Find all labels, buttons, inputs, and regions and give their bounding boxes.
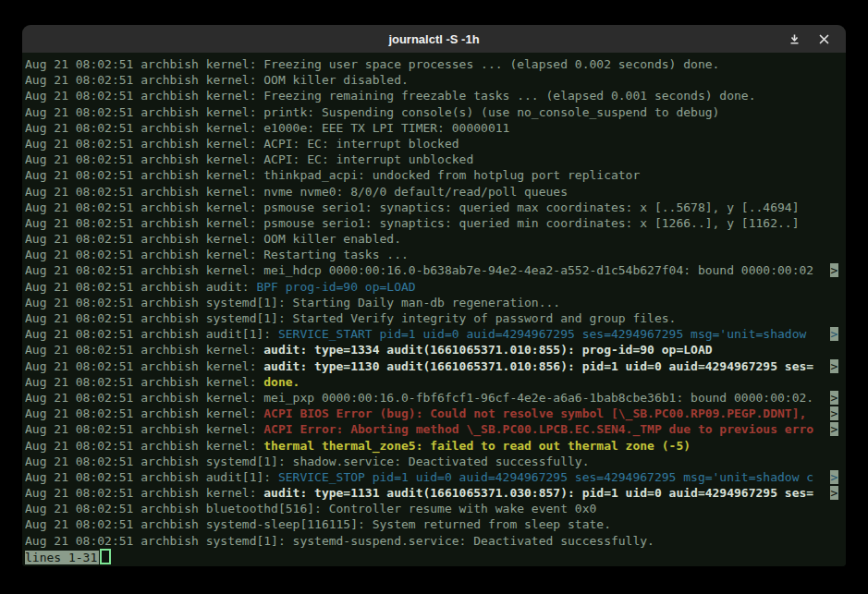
log-line: Aug 21 08:02:51 archbish kernel: Freezin… bbox=[25, 56, 846, 72]
log-segment: Aug 21 08:02:51 archbish kernel: ACPI: E… bbox=[25, 137, 459, 151]
log-segment: Aug 21 08:02:51 archbish kernel: OOM kil… bbox=[25, 232, 401, 246]
log-segment: Aug 21 08:02:51 archbish kernel: bbox=[25, 375, 263, 389]
log-segment: Aug 21 08:02:51 archbish kernel: psmouse… bbox=[25, 216, 799, 230]
log-segment: Aug 21 08:02:51 archbish kernel: e1000e:… bbox=[25, 121, 509, 135]
log-line: Aug 21 08:02:51 archbish kernel: psmouse… bbox=[25, 215, 846, 231]
log-line: Aug 21 08:02:51 archbish kernel: printk:… bbox=[25, 104, 846, 120]
log-line: Aug 21 08:02:51 archbish kernel: ACPI Er… bbox=[25, 421, 846, 437]
log-segment: Aug 21 08:02:51 archbish audit: bbox=[25, 280, 256, 294]
log-segment: Aug 21 08:02:51 archbish kernel: printk:… bbox=[25, 105, 719, 119]
log-line: Aug 21 08:02:51 archbish kernel: Freezin… bbox=[25, 88, 846, 103]
log-segment: Aug 21 08:02:51 archbish audit[1]: bbox=[25, 327, 278, 341]
log-line: Aug 21 08:02:51 archbish kernel: audit: … bbox=[25, 358, 846, 374]
close-icon bbox=[819, 34, 829, 44]
log-line: Aug 21 08:02:51 archbish kernel: audit: … bbox=[25, 342, 846, 358]
log-segment: ACPI BIOS Error (bug): Could not resolve… bbox=[263, 406, 813, 420]
log-line: Aug 21 08:02:51 archbish audit[1]: SERVI… bbox=[25, 326, 846, 342]
log-line: Aug 21 08:02:51 archbish kernel: e1000e:… bbox=[25, 120, 846, 136]
log-segment: SERVICE_STOP pid=1 uid=0 auid=4294967295… bbox=[278, 470, 813, 484]
log-line: Aug 21 08:02:51 archbish kernel: ACPI BI… bbox=[25, 406, 846, 421]
log-segment: Aug 21 08:02:51 archbish kernel: mei_hdc… bbox=[25, 263, 813, 277]
log-segment: Aug 21 08:02:51 archbish kernel: psmouse… bbox=[25, 200, 799, 214]
log-segment: Aug 21 08:02:51 archbish systemd[1]: Sta… bbox=[25, 311, 676, 325]
log-segment: Aug 21 08:02:51 archbish kernel: bbox=[25, 486, 263, 500]
log-lines-container: Aug 21 08:02:51 archbish kernel: Freezin… bbox=[25, 56, 846, 549]
truncation-marker: > bbox=[830, 486, 838, 500]
log-segment: audit: type=1131 audit(1661065371.030:85… bbox=[263, 486, 813, 500]
log-segment: Aug 21 08:02:51 archbish bluetoothd[516]… bbox=[25, 502, 596, 515]
log-segment: Aug 21 08:02:51 archbish audit[1]: bbox=[25, 470, 278, 484]
cursor bbox=[100, 549, 111, 564]
truncation-marker: > bbox=[830, 391, 838, 405]
log-line: Aug 21 08:02:51 archbish kernel: mei_pxp… bbox=[25, 390, 846, 406]
log-segment: Aug 21 08:02:51 archbish systemd-sleep[1… bbox=[25, 517, 611, 531]
log-line: Aug 21 08:02:51 archbish kernel: thermal… bbox=[25, 438, 846, 454]
truncation-marker: > bbox=[830, 327, 838, 341]
log-segment: Aug 21 08:02:51 archbish systemd[1]: sha… bbox=[25, 455, 589, 468]
truncation-marker: > bbox=[830, 406, 838, 420]
download-button[interactable] bbox=[783, 28, 805, 50]
download-icon bbox=[789, 33, 801, 45]
title-bar[interactable]: journalctl -S -1h bbox=[22, 25, 846, 53]
log-segment: Aug 21 08:02:51 archbish kernel: bbox=[25, 406, 263, 420]
log-segment: thermal thermal_zone5: failed to read ou… bbox=[263, 439, 691, 453]
log-line: Aug 21 08:02:51 archbish kernel: psmouse… bbox=[25, 200, 846, 215]
log-line: Aug 21 08:02:51 archbish systemd[1]: Sta… bbox=[25, 310, 846, 326]
log-segment: audit: type=1130 audit(1661065371.010:85… bbox=[263, 359, 813, 373]
log-line: Aug 21 08:02:51 archbish kernel: nvme nv… bbox=[25, 184, 846, 200]
log-segment: Aug 21 08:02:51 archbish kernel: OOM kil… bbox=[25, 73, 409, 87]
log-segment: Aug 21 08:02:51 archbish kernel: bbox=[25, 422, 263, 436]
log-segment: Aug 21 08:02:51 archbish kernel: Freezin… bbox=[25, 89, 756, 103]
log-segment: done. bbox=[263, 375, 300, 389]
terminal-window: journalctl -S -1h Aug 21 08:02:51 archbi… bbox=[22, 25, 846, 566]
log-line: Aug 21 08:02:51 archbish kernel: audit: … bbox=[25, 485, 846, 501]
log-segment: Aug 21 08:02:51 archbish kernel: Freezin… bbox=[25, 57, 719, 71]
close-button[interactable] bbox=[813, 28, 835, 50]
truncation-marker: > bbox=[830, 470, 838, 484]
log-segment: Aug 21 08:02:51 archbish kernel: thinkpa… bbox=[25, 168, 640, 182]
log-line: Aug 21 08:02:51 archbish systemd[1]: sha… bbox=[25, 454, 846, 469]
log-line: Aug 21 08:02:51 archbish kernel: Restart… bbox=[25, 247, 846, 262]
truncation-marker: > bbox=[830, 263, 838, 277]
log-line: Aug 21 08:02:51 archbish systemd[1]: Sta… bbox=[25, 295, 846, 310]
log-segment: Aug 21 08:02:51 archbish systemd[1]: sys… bbox=[25, 534, 654, 548]
log-segment: Aug 21 08:02:51 archbish kernel: nvme nv… bbox=[25, 185, 568, 199]
log-line: Aug 21 08:02:51 archbish audit: BPF prog… bbox=[25, 279, 846, 295]
log-segment: BPF prog-id=90 op=LOAD bbox=[256, 280, 415, 294]
log-segment: SERVICE_START pid=1 uid=0 auid=429496729… bbox=[278, 327, 813, 341]
log-segment: Aug 21 08:02:51 archbish kernel: Restart… bbox=[25, 248, 409, 261]
window-title: journalctl -S -1h bbox=[388, 32, 479, 46]
log-line: Aug 21 08:02:51 archbish kernel: ACPI: E… bbox=[25, 152, 846, 167]
log-line: Aug 21 08:02:51 archbish systemd[1]: sys… bbox=[25, 533, 846, 549]
log-line: Aug 21 08:02:51 archbish audit[1]: SERVI… bbox=[25, 469, 846, 485]
terminal-output[interactable]: Aug 21 08:02:51 archbish kernel: Freezin… bbox=[22, 53, 846, 566]
log-segment: Aug 21 08:02:51 archbish kernel: mei_pxp… bbox=[25, 391, 813, 405]
log-line: Aug 21 08:02:51 archbish bluetoothd[516]… bbox=[25, 501, 846, 516]
log-line: Aug 21 08:02:51 archbish kernel: done. bbox=[25, 374, 846, 390]
truncation-marker: > bbox=[830, 422, 838, 436]
log-line: Aug 21 08:02:51 archbish kernel: OOM kil… bbox=[25, 72, 846, 88]
log-line: Aug 21 08:02:51 archbish systemd-sleep[1… bbox=[25, 516, 846, 532]
pager-status: lines 1-31 bbox=[25, 551, 99, 564]
log-segment: Aug 21 08:02:51 archbish kernel: bbox=[25, 359, 263, 373]
pager-status-row: lines 1-31 bbox=[25, 549, 846, 564]
log-segment: ACPI Error: Aborting method \_SB.PC00.LP… bbox=[263, 422, 813, 436]
log-segment: Aug 21 08:02:51 archbish systemd[1]: Sta… bbox=[25, 296, 560, 309]
log-segment: Aug 21 08:02:51 archbish kernel: ACPI: E… bbox=[25, 152, 473, 166]
log-line: Aug 21 08:02:51 archbish kernel: thinkpa… bbox=[25, 167, 846, 183]
log-line: Aug 21 08:02:51 archbish kernel: mei_hdc… bbox=[25, 262, 846, 278]
log-segment: Aug 21 08:02:51 archbish kernel: bbox=[25, 439, 263, 453]
log-line: Aug 21 08:02:51 archbish kernel: OOM kil… bbox=[25, 231, 846, 247]
log-segment: Aug 21 08:02:51 archbish kernel: bbox=[25, 343, 263, 357]
log-line: Aug 21 08:02:51 archbish kernel: ACPI: E… bbox=[25, 136, 846, 152]
log-segment: audit: type=1334 audit(1661065371.010:85… bbox=[263, 343, 712, 357]
truncation-marker: > bbox=[830, 359, 838, 373]
